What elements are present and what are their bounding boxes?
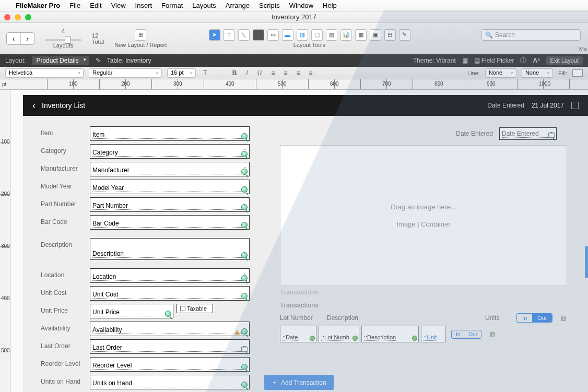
weight-select[interactable]: Regular (89, 68, 162, 78)
field-location[interactable]: Location⌄ (90, 268, 250, 283)
align-center-icon[interactable]: ≡ (281, 69, 290, 77)
menu-layouts[interactable]: Layouts (192, 2, 216, 9)
in-out-toggle[interactable]: InOut (516, 313, 552, 323)
format-painter-icon[interactable]: ✎ (399, 29, 410, 41)
layout-info-bar: Layout: Product Details ✎ Table: Invento… (0, 54, 588, 67)
aa-icon[interactable]: Aª (533, 57, 539, 64)
layout-header: ‹ Inventory List Date Entered 21 Jul 201… (23, 95, 588, 116)
field-availability[interactable]: Availability (90, 322, 250, 336)
taxable-checkbox[interactable]: Taxable (177, 304, 213, 313)
search-input[interactable]: 🔍 Search (481, 29, 581, 41)
layout-nav[interactable]: ‹ › (6, 32, 34, 45)
prev-layout-button[interactable]: ‹ (7, 33, 20, 44)
portal-desc[interactable]: ::Description (361, 326, 419, 342)
image-container[interactable]: Drag an image here... Image | Container (280, 145, 567, 286)
truncated-label: Ma (579, 46, 587, 52)
field-picker-button[interactable]: ▤ Field Picker (474, 57, 514, 64)
chart-tool-icon[interactable]: 📊 (340, 29, 352, 41)
popover-tool-icon[interactable]: ▣ (370, 29, 381, 41)
webview-tool-icon[interactable]: ▦ (355, 29, 367, 41)
form-column: ItemItemCategoryCategory⌄ManufacturerMan… (41, 126, 250, 392)
theme-label[interactable]: Theme: Vibrant (413, 57, 456, 64)
portal-date[interactable]: ::Date (280, 326, 316, 342)
italic-icon[interactable]: I (243, 69, 251, 77)
theme-icon[interactable]: ▦ (462, 57, 468, 64)
text-tool-icon[interactable]: T (224, 29, 235, 41)
line-style-select[interactable]: None (485, 68, 516, 78)
buttonbar-tool-icon[interactable]: ▥ (297, 29, 308, 41)
field-unit-price[interactable]: Unit Price (90, 304, 173, 318)
info-icon[interactable]: ⓘ (520, 56, 526, 65)
underline-icon[interactable]: U (255, 69, 264, 77)
line-width-select[interactable]: None (522, 68, 553, 78)
calendar-icon[interactable] (571, 102, 579, 109)
field-bar-code[interactable]: Bar Code (90, 215, 250, 230)
back-icon[interactable]: ‹ (32, 100, 36, 111)
menu-window[interactable]: Window (289, 2, 313, 9)
warning-icon (234, 330, 240, 335)
field-unit-cost[interactable]: Unit Cost (90, 286, 250, 301)
new-layout-button[interactable]: ⊞ (135, 29, 146, 41)
edit-layout-name-icon[interactable]: ✎ (96, 57, 101, 64)
menu-arrange[interactable]: Arrange (226, 2, 250, 9)
select-tool-icon[interactable]: ➤ (209, 29, 220, 41)
app-name[interactable]: FileMaker Pro (16, 2, 60, 9)
search-icon: 🔍 (485, 31, 493, 39)
text-color-icon[interactable]: T (201, 69, 209, 77)
line-tool-icon[interactable]: ＼ (238, 29, 250, 41)
layout-slider[interactable] (45, 39, 81, 41)
bold-icon[interactable]: B (230, 69, 239, 77)
field-model-year[interactable]: Model Year (90, 180, 250, 194)
menu-edit[interactable]: Edit (90, 2, 101, 9)
trash-icon[interactable]: 🗑 (489, 330, 496, 338)
col-units: Units (485, 314, 516, 322)
trash-icon[interactable]: 🗑 (560, 314, 567, 322)
menu-insert[interactable]: Insert (135, 2, 152, 9)
next-layout-button[interactable]: › (20, 33, 34, 44)
add-transaction-button[interactable]: ＋ Add Transaction (264, 375, 334, 390)
col-lot: Lot Number (280, 314, 327, 322)
exit-layout-button[interactable]: Exit Layout (546, 56, 583, 65)
field-category[interactable]: Category⌄ (90, 144, 250, 159)
menu-format[interactable]: Format (161, 2, 183, 9)
font-select[interactable]: Helvetica (5, 68, 84, 78)
index-icon (241, 382, 248, 388)
field-last-order[interactable]: Last Order (90, 339, 250, 354)
field-description[interactable]: Description (90, 238, 250, 260)
calendar-icon[interactable] (241, 347, 248, 352)
button-tool-icon[interactable]: ▬ (282, 29, 293, 41)
in-out-toggle-row[interactable]: InOut (451, 330, 481, 339)
part-tool-icon[interactable]: ⊟ (384, 29, 396, 41)
index-icon (241, 133, 248, 139)
size-select[interactable]: 16 pt (167, 68, 196, 78)
label-category: Category (41, 144, 90, 155)
ruler-unit: pt (2, 81, 6, 87)
col-desc: Description (327, 314, 485, 322)
menu-file[interactable]: File (69, 2, 80, 9)
align-right-icon[interactable]: ≡ (294, 69, 302, 77)
field-item[interactable]: Item (90, 126, 250, 141)
label-availability: Availability (41, 322, 90, 332)
calendar-icon[interactable] (548, 133, 555, 138)
field-part-number[interactable]: Part Number (90, 197, 250, 212)
v-ruler: 100200300400500 (0, 90, 10, 392)
align-left-icon[interactable]: ≡ (269, 69, 277, 77)
menu-view[interactable]: View (111, 2, 126, 9)
search-placeholder: Search (495, 31, 515, 39)
field-reorder-level[interactable]: Reorder Level (90, 357, 250, 372)
portal-unit[interactable]: ::Unit (421, 326, 446, 342)
portal-tool-icon[interactable]: ▤ (326, 29, 337, 41)
field-manufacturer[interactable]: Manufacturer⌄ (90, 162, 250, 176)
menu-scripts[interactable]: Scripts (259, 2, 280, 9)
field-tool-icon[interactable]: ▭ (267, 29, 279, 41)
layout-select[interactable]: Product Details (32, 56, 89, 65)
align-justify-icon[interactable]: ≡ (307, 69, 315, 77)
portal-lot[interactable]: ::Lot Numb (319, 326, 359, 342)
field-date-entered[interactable]: Date Entered (499, 127, 557, 140)
rect-tool-icon[interactable] (253, 29, 264, 41)
fill-color[interactable] (572, 69, 583, 77)
tab-tool-icon[interactable]: ▢ (311, 29, 323, 41)
field-units-on-hand[interactable]: Units on Hand (90, 375, 250, 389)
side-tab-icon[interactable] (585, 246, 588, 278)
menu-help[interactable]: Help (323, 2, 337, 9)
